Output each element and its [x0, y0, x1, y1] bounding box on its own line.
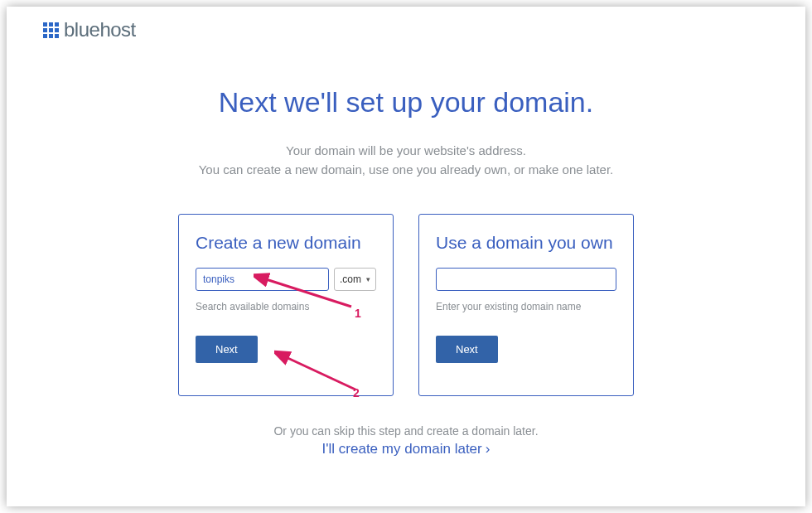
- own-domain-next-button[interactable]: Next: [436, 336, 498, 363]
- header: bluehost: [7, 7, 805, 41]
- page-title: Next we'll set up your domain.: [7, 86, 805, 119]
- chevron-right-icon: ›: [486, 441, 491, 457]
- own-domain-title: Use a domain you own: [436, 233, 616, 253]
- bluehost-logo-icon: [43, 22, 59, 38]
- footer-text: Or you can skip this step and create a d…: [7, 424, 805, 438]
- footer: Or you can skip this step and create a d…: [7, 424, 805, 457]
- create-domain-title: Create a new domain: [196, 233, 376, 253]
- own-domain-helper: Enter your existing domain name: [436, 301, 616, 312]
- own-domain-panel: Use a domain you own Enter your existing…: [418, 214, 634, 396]
- new-domain-input[interactable]: [196, 268, 329, 291]
- own-domain-input-row: [436, 268, 616, 291]
- chevron-down-icon: ▾: [366, 275, 370, 283]
- domain-panels: Create a new domain .com ▾ Search availa…: [7, 214, 805, 396]
- create-domain-helper: Search available domains: [196, 301, 376, 312]
- brand-name: bluehost: [64, 18, 136, 41]
- subtitle-line-1: Your domain will be your website's addre…: [7, 142, 805, 161]
- tld-select[interactable]: .com ▾: [334, 268, 376, 291]
- page-subtitle: Your domain will be your website's addre…: [7, 142, 805, 179]
- create-later-label: I'll create my domain later: [322, 441, 482, 457]
- create-domain-input-row: .com ▾: [196, 268, 376, 291]
- create-domain-panel: Create a new domain .com ▾ Search availa…: [178, 214, 394, 396]
- create-domain-next-button[interactable]: Next: [196, 336, 258, 363]
- create-later-link[interactable]: I'll create my domain later ›: [322, 441, 491, 457]
- tld-value: .com: [340, 273, 361, 285]
- subtitle-line-2: You can create a new domain, use one you…: [7, 161, 805, 180]
- existing-domain-input[interactable]: [436, 268, 616, 291]
